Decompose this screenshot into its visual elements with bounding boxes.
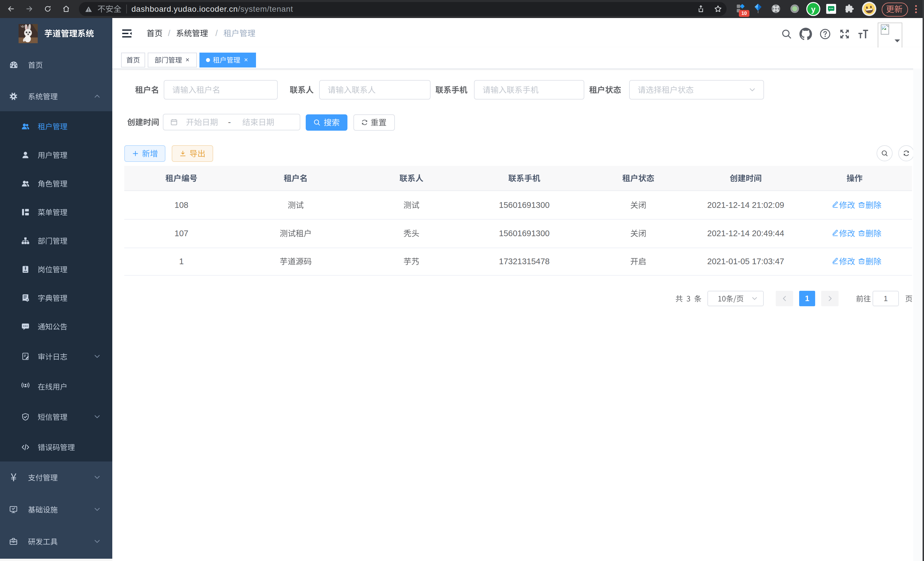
svg-text:y: y: [811, 5, 816, 14]
